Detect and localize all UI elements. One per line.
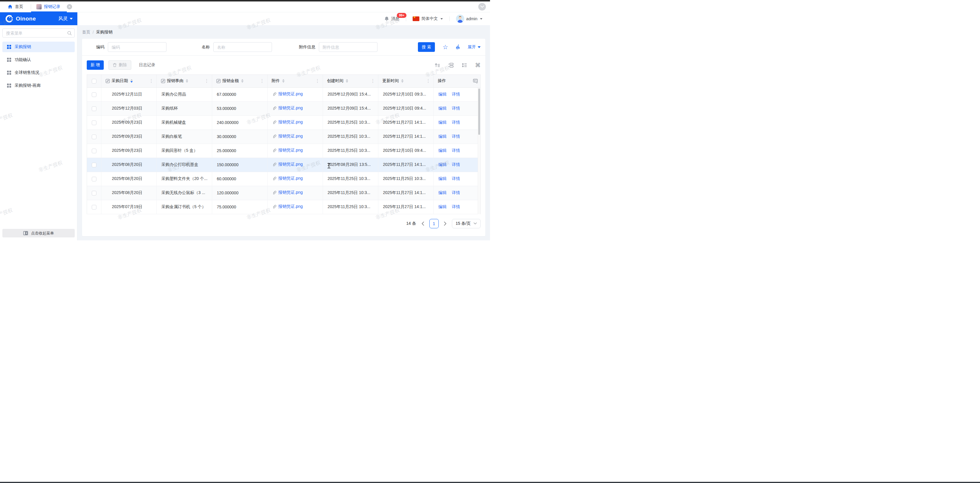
column-header-5[interactable]: 更新时间⋮	[378, 75, 433, 87]
tab-expense-records[interactable]: 报销记录 ✕	[31, 2, 77, 12]
edit-link[interactable]: 编辑	[438, 148, 447, 153]
detail-link[interactable]: 详情	[452, 134, 460, 139]
group-rows-icon[interactable]	[448, 63, 453, 68]
edit-link[interactable]: 编辑	[438, 106, 447, 111]
column-header-2[interactable]: 报销金额⋮	[212, 75, 267, 87]
search-button[interactable]: 搜 索	[418, 42, 435, 52]
filter-input-0[interactable]	[108, 42, 167, 52]
row-checkbox[interactable]	[92, 121, 96, 125]
attachment-link[interactable]: 报销凭证.png	[278, 162, 303, 167]
edit-link[interactable]: 编辑	[438, 92, 447, 97]
shortcuts-icon[interactable]: ⌘	[475, 62, 480, 68]
tab-home[interactable]: 首页	[0, 2, 31, 12]
log-records-button[interactable]: 日志记录	[139, 62, 155, 68]
edit-link[interactable]: 编辑	[438, 162, 447, 167]
column-menu-icon[interactable]: ⋮	[370, 78, 376, 84]
edit-link[interactable]: 编辑	[438, 204, 447, 209]
edit-link[interactable]: 编辑	[438, 190, 447, 195]
detail-link[interactable]: 详情	[452, 190, 460, 195]
next-page-button[interactable]	[444, 222, 447, 226]
column-menu-icon[interactable]: ⋮	[259, 78, 265, 84]
column-settings-icon[interactable]	[473, 79, 478, 83]
sidebar-item-3[interactable]: 采购报销-画廊	[2, 80, 75, 91]
column-menu-icon[interactable]: ⋮	[149, 78, 154, 84]
language-selector[interactable]: 简体中文	[413, 16, 443, 21]
sort-carets[interactable]	[282, 79, 285, 83]
row-checkbox[interactable]	[92, 191, 96, 195]
row-checkbox[interactable]	[92, 106, 96, 111]
column-header-4[interactable]: 创建时间⋮	[323, 75, 378, 87]
prev-page-button[interactable]	[422, 222, 424, 226]
detail-link[interactable]: 详情	[452, 120, 460, 125]
expand-filters[interactable]: 展开	[468, 44, 480, 50]
menu-search-input[interactable]	[2, 29, 75, 38]
sidebar-item-1[interactable]: 功能确认	[2, 54, 75, 65]
attachment-link[interactable]: 报销凭证.png	[278, 133, 303, 139]
detail-link[interactable]: 详情	[452, 176, 460, 181]
sort-carets[interactable]	[130, 79, 133, 83]
attachment-link[interactable]: 报销凭证.png	[278, 204, 303, 209]
table-row-0[interactable]: 2025年12月11日采购办公用品67.000000报销凭证.png2025年1…	[87, 87, 480, 102]
detail-link[interactable]: 详情	[452, 204, 460, 209]
sidebar-item-2[interactable]: 全球销售情况	[2, 67, 75, 78]
table-row-2[interactable]: 2025年09月23日采购机械键盘240.000000报销凭证.png2025年…	[87, 116, 480, 130]
table-row-6[interactable]: 2025年08月20日采购塑料文件夹（20 个...60.000000报销凭证.…	[87, 172, 480, 186]
collapse-sidebar-button[interactable]: 点击收起菜单	[2, 229, 75, 237]
delete-button[interactable]: 删除	[108, 60, 131, 70]
edit-link[interactable]: 编辑	[438, 120, 447, 125]
row-checkbox[interactable]	[92, 92, 96, 97]
column-menu-icon[interactable]: ⋮	[315, 78, 320, 84]
attachment-link[interactable]: 报销凭证.png	[278, 105, 303, 111]
edit-link[interactable]: 编辑	[438, 176, 447, 181]
row-checkbox[interactable]	[92, 135, 96, 139]
column-menu-icon[interactable]: ⋮	[204, 78, 210, 84]
table-row-1[interactable]: 2025年12月03日采购纸杯53.000000报销凭证.png2025年12月…	[87, 102, 480, 116]
sidebar-item-0[interactable]: 采购报销	[2, 41, 75, 52]
favorite-star-icon[interactable]: ☆	[442, 44, 448, 50]
detail-link[interactable]: 详情	[452, 92, 460, 97]
page-size-select[interactable]: 15 条/页	[452, 219, 480, 228]
row-checkbox[interactable]	[92, 149, 96, 153]
table-row-3[interactable]: 2025年09月23日采购白板笔30.000000报销凭证.png2025年11…	[87, 130, 480, 144]
table-row-4[interactable]: 2025年09月23日采购回形针（5 盒）25.000000报销凭证.png20…	[87, 144, 480, 158]
attachment-link[interactable]: 报销凭证.png	[278, 91, 303, 97]
tab-close-icon[interactable]: ✕	[67, 4, 72, 10]
scrollbar-thumb[interactable]	[478, 89, 480, 135]
breadcrumb-home[interactable]: 首页	[82, 30, 90, 35]
row-checkbox[interactable]	[92, 163, 96, 167]
detail-link[interactable]: 详情	[452, 106, 460, 111]
sort-settings-icon[interactable]	[434, 63, 440, 68]
sort-carets[interactable]	[241, 79, 243, 83]
row-checkbox[interactable]	[92, 177, 96, 181]
attachment-link[interactable]: 报销凭证.png	[278, 148, 303, 153]
add-button[interactable]: 新 增	[87, 60, 104, 70]
column-header-0[interactable]: 采购日期⋮	[101, 75, 156, 87]
column-header-3[interactable]: 附件⋮	[267, 75, 323, 87]
detail-link[interactable]: 详情	[452, 162, 460, 167]
sort-carets[interactable]	[401, 79, 404, 83]
detail-link[interactable]: 详情	[452, 148, 460, 153]
attachment-link[interactable]: 报销凭证.png	[278, 119, 303, 125]
select-all-checkbox[interactable]	[92, 79, 96, 84]
sort-carets[interactable]	[186, 79, 188, 83]
attachment-link[interactable]: 报销凭证.png	[278, 190, 303, 195]
filter-input-1[interactable]	[213, 42, 272, 52]
app-switcher[interactable]: 风灵	[58, 16, 73, 22]
column-menu-icon[interactable]: ⋮	[426, 78, 431, 84]
table-scrollbar[interactable]	[478, 87, 480, 214]
filter-input-2[interactable]	[319, 42, 377, 52]
attachment-link[interactable]: 报销凭证.png	[278, 176, 303, 181]
column-header-1[interactable]: 报销事由⋮	[156, 75, 212, 87]
sort-carets[interactable]	[346, 79, 348, 83]
tab-overflow-button[interactable]	[478, 3, 486, 11]
row-height-icon[interactable]	[461, 63, 467, 68]
table-row-8[interactable]: 2025年07月19日采购金属订书机（5 个）75.000000报销凭证.png…	[87, 200, 480, 214]
edit-link[interactable]: 编辑	[438, 134, 447, 139]
row-checkbox[interactable]	[92, 205, 96, 210]
messages-button[interactable]: 消息 99+	[384, 16, 399, 21]
current-page-button[interactable]: 1	[430, 219, 439, 228]
user-menu[interactable]: admin	[456, 15, 482, 23]
clear-filters-icon[interactable]	[455, 44, 461, 50]
table-row-7[interactable]: 2025年08月20日采购无线办公鼠标（3 ...120.000000报销凭证.…	[87, 186, 480, 200]
table-row-5[interactable]: 2025年08月20日采购办公打印机墨盒150.000000报销凭证.png20…	[87, 158, 480, 172]
